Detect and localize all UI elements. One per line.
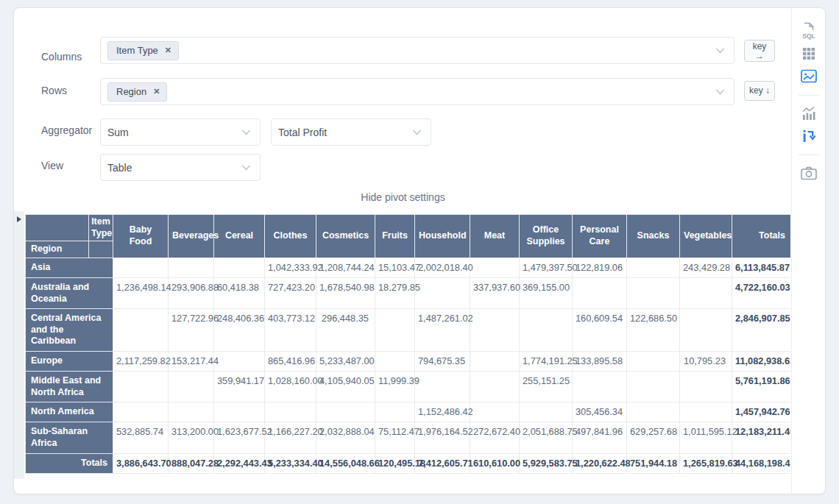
aggregator-field-select[interactable]: Total Profit — [271, 118, 431, 146]
view-label: View — [41, 160, 63, 171]
pivot-cell: 532,885.74 — [113, 422, 169, 453]
chart-icon[interactable] — [797, 102, 821, 124]
pivot-cell — [113, 402, 169, 422]
pivot-cell: 255,151.25 — [520, 372, 573, 402]
pivot-cell: 2,032,888.04 — [316, 422, 375, 453]
snapshot-camera-icon[interactable] — [797, 162, 821, 184]
column-header: Baby Food — [113, 215, 169, 258]
hide-pivot-settings-link[interactable]: Hide pivot settings — [14, 191, 790, 203]
visualization-icon[interactable] — [797, 65, 821, 88]
pivot-cell — [169, 258, 214, 277]
pivot-cell — [680, 372, 732, 402]
row-total-cell: 2,846,907.85 — [732, 309, 791, 352]
column-total-cell: 120,495.18 — [375, 453, 415, 473]
row-header: Asia — [26, 258, 113, 277]
pivot-cell: 11,999.39 — [375, 372, 415, 402]
columns-tag-item-type[interactable]: Item Type ✕ — [107, 41, 179, 60]
pivot-cell — [680, 277, 732, 308]
rows-select[interactable]: Region ✕ — [100, 78, 734, 105]
sql-source-icon[interactable]: SQL — [797, 20, 821, 42]
column-total-cell: 3,886,643.70 — [113, 453, 169, 473]
pivot-cell: 1,011,595.12 — [680, 422, 732, 453]
columns-select[interactable]: Item Type ✕ — [100, 37, 734, 64]
remove-tag-icon[interactable]: ✕ — [153, 87, 160, 96]
axis-blank-cell — [89, 241, 113, 258]
pivot-cell: 160,609.54 — [573, 309, 627, 352]
pivot-cell: 1,042,333.92 — [265, 258, 316, 277]
pivot-cell — [169, 402, 214, 422]
table-row: Europe2,117,259.82153,217.44865,416.965,… — [26, 352, 791, 372]
pivot-cell: 248,406.36 — [214, 309, 265, 352]
pivot-cell — [520, 402, 573, 422]
pivot-cell: 133,895.58 — [573, 352, 627, 372]
pivot-cell: 10,795.23 — [680, 352, 732, 372]
row-axis-label: Region — [26, 241, 89, 258]
aggregator-select[interactable]: Sum — [100, 118, 261, 146]
pivot-cell — [415, 372, 470, 402]
rows-label: Rows — [41, 85, 67, 96]
pivot-cell: 122,819.06 — [573, 258, 627, 277]
column-total-cell: 5,929,583.75 — [520, 453, 573, 473]
table-row: Central America and the Caribbean127,722… — [26, 309, 791, 352]
row-total-cell: 11,082,938.63 — [732, 352, 791, 372]
pivot-cell: 1,152,486.42 — [415, 402, 470, 422]
column-header: Clothes — [265, 215, 316, 258]
pivot-cell — [470, 352, 520, 372]
pivot-cell: 2,051,688.75 — [520, 422, 573, 453]
view-select[interactable]: Table — [100, 154, 261, 181]
columns-sort-key-button[interactable]: key → — [744, 40, 775, 62]
column-header: Cosmetics — [316, 215, 375, 258]
pivot-table: Item TypeBaby FoodBeveragesCerealClothes… — [25, 214, 790, 474]
column-header: Snacks — [627, 215, 680, 258]
column-header: Personal Care — [573, 215, 627, 258]
pivot-cell — [214, 258, 265, 277]
visualization-toolbar: SQL — [791, 8, 825, 494]
aggregator-field-value: Total Profit — [278, 127, 327, 138]
pivot-cell — [265, 402, 316, 422]
row-header: Australia and Oceania — [26, 277, 113, 308]
pivot-cell — [470, 372, 520, 402]
pivot-cell — [316, 402, 375, 422]
aggregator-label: Aggregator — [41, 124, 92, 136]
column-total-cell: 1,220,622.48 — [573, 453, 627, 473]
row-header: Sub-Saharan Africa — [26, 422, 113, 453]
totals-row-header: Totals — [26, 453, 113, 473]
pivot-cell: 2,117,259.82 — [113, 352, 169, 372]
pivot-cell — [113, 309, 169, 352]
pivot-cell — [169, 372, 214, 402]
pivot-cell: 127,722.96 — [169, 309, 214, 352]
chevron-down-icon — [715, 47, 725, 54]
table-row: Australia and Oceania1,236,498.14293,906… — [26, 277, 791, 308]
column-axis-label: Item Type — [89, 215, 113, 241]
pivot-cell: 1,028,160.00 — [265, 372, 316, 402]
rows-tag-region[interactable]: Region ✕ — [107, 82, 167, 102]
column-header: Meat — [470, 215, 520, 258]
pivot-cell: 15,103.47 — [375, 258, 415, 277]
column-total-cell: 5,233,334.40 — [265, 453, 316, 473]
row-header: Middle East and North Africa — [26, 372, 113, 402]
columns-label: Columns — [41, 51, 82, 63]
rows-sort-key-button[interactable]: key ↓ — [744, 81, 775, 101]
pivot-cell — [627, 277, 680, 308]
pivot-cell: 403,773.12 — [265, 309, 316, 352]
pivot-cell: 313,200.00 — [169, 422, 214, 453]
pivot-cell: 1,774,191.25 — [520, 352, 573, 372]
grand-total-cell: 44,168,198.40 — [732, 453, 791, 473]
pivot-icon[interactable] — [797, 125, 821, 147]
pivot-cell: 305,456.34 — [573, 402, 627, 422]
remove-tag-icon[interactable]: ✕ — [165, 46, 171, 55]
right-arrow-icon: → — [745, 52, 774, 61]
table-left-gutter — [14, 211, 24, 479]
pivot-cell: 1,166,227.20 — [265, 422, 316, 453]
column-total-cell: 888,047.28 — [169, 453, 214, 473]
column-header: Beverages — [169, 215, 214, 258]
results-table-icon[interactable] — [797, 43, 821, 65]
pivot-cell: 369,155.00 — [520, 277, 573, 308]
row-header: Europe — [26, 352, 113, 372]
column-total-cell: 7,412,605.71 — [415, 453, 470, 473]
chevron-down-icon — [412, 129, 422, 135]
toolbar-divider — [799, 155, 819, 155]
pivot-cell: 497,841.96 — [573, 422, 627, 453]
collapse-handle-icon[interactable] — [17, 216, 21, 222]
pivot-cell — [113, 258, 169, 277]
